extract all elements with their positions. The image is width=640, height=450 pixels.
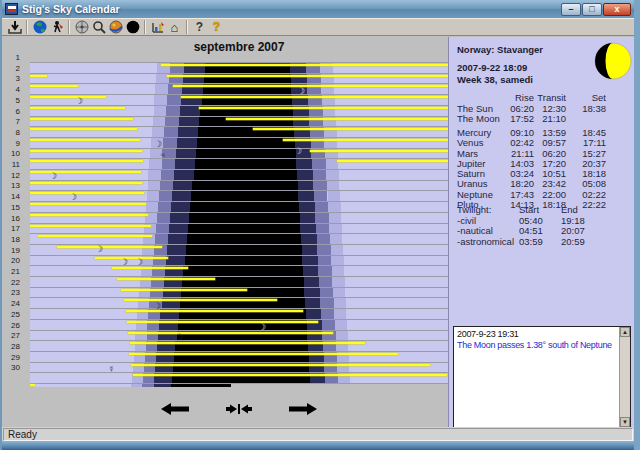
zoom-icon[interactable] bbox=[90, 19, 107, 35]
moon-visibility-line bbox=[30, 75, 47, 77]
maximize-button[interactable]: □ bbox=[582, 3, 602, 16]
day-label: 14 bbox=[0, 193, 20, 201]
day-label: 25 bbox=[0, 311, 20, 319]
day-label: 30 bbox=[0, 364, 20, 372]
moon-visibility-line bbox=[181, 96, 448, 98]
moon-visibility-line bbox=[130, 342, 365, 344]
day-label: 4 bbox=[0, 86, 20, 94]
moon-visibility-line bbox=[161, 64, 448, 66]
day-label: 15 bbox=[0, 204, 20, 212]
celestial-symbol: ☽ bbox=[69, 193, 77, 202]
moon-visibility-line bbox=[133, 374, 447, 376]
chart-month-title: septembre 2007 bbox=[30, 40, 448, 54]
moon-visibility-line bbox=[310, 150, 448, 152]
day-label: 6 bbox=[0, 108, 20, 116]
help-icon[interactable]: ? bbox=[191, 19, 208, 35]
day-label: 17 bbox=[0, 225, 20, 233]
day-row[interactable] bbox=[30, 383, 448, 387]
day-label: 3 bbox=[0, 75, 20, 83]
day-label: 23 bbox=[0, 289, 20, 297]
celestial-symbol: ☽ bbox=[49, 172, 57, 181]
table-cell: Set bbox=[566, 93, 606, 103]
day-label: 22 bbox=[0, 279, 20, 287]
title-bar: Stig's Sky Calendar – □ x bbox=[2, 0, 634, 18]
celestial-symbol: ☽ bbox=[175, 333, 183, 342]
scroll-down-icon[interactable]: ▼ bbox=[620, 417, 630, 427]
globe-icon[interactable] bbox=[31, 19, 48, 35]
event-scrollbar[interactable]: ▲ ▼ bbox=[619, 327, 630, 427]
night-band bbox=[171, 384, 231, 387]
twilight-band bbox=[131, 384, 142, 387]
celestial-symbol: ☿ bbox=[108, 365, 115, 374]
scroll-up-icon[interactable]: ▲ bbox=[620, 327, 630, 337]
moon-visibility-line bbox=[30, 203, 146, 205]
day-label: 1 bbox=[0, 54, 20, 62]
moon-visibility-line bbox=[30, 85, 78, 87]
context-help-icon[interactable]: ? bbox=[208, 19, 225, 35]
app-icon bbox=[5, 3, 18, 15]
home-icon[interactable]: ⌂ bbox=[166, 19, 183, 35]
observer-location-icon[interactable] bbox=[48, 19, 65, 35]
twilight-band bbox=[154, 384, 171, 387]
event-timestamp: 2007-9-23 19:31 bbox=[457, 329, 617, 340]
ephemeris-planets: Mercury09:1013:5918:45Venus02:4209:5717:… bbox=[449, 128, 621, 210]
celestial-symbol: ☽ bbox=[258, 323, 266, 332]
planet-view-icon[interactable] bbox=[107, 19, 124, 35]
table-cell: The Moon bbox=[449, 114, 504, 124]
moon-visibility-line bbox=[173, 85, 448, 87]
table-cell bbox=[566, 114, 606, 124]
ephemeris-header: RiseTransitSet bbox=[449, 93, 621, 103]
table-cell: 21:10 bbox=[534, 114, 566, 124]
moon-visibility-line bbox=[38, 235, 152, 237]
moon-visibility-line bbox=[337, 160, 448, 162]
close-button[interactable]: x bbox=[603, 3, 631, 16]
previous-month-button[interactable] bbox=[158, 400, 192, 421]
chart-settings-icon[interactable] bbox=[149, 19, 166, 35]
table-cell: -astronomical bbox=[449, 237, 511, 247]
day-label: 13 bbox=[0, 182, 20, 190]
moon-view-icon[interactable] bbox=[124, 19, 141, 35]
today-button[interactable] bbox=[224, 400, 254, 421]
day-label: 28 bbox=[0, 343, 20, 351]
moon-visibility-line bbox=[30, 171, 141, 173]
day-label: 24 bbox=[0, 300, 20, 308]
celestial-symbol: ☽ bbox=[95, 245, 103, 254]
event-description: The Moon passes 1.38° south of Neptune bbox=[457, 340, 617, 351]
day-label: 26 bbox=[0, 322, 20, 330]
moon-visibility-line bbox=[199, 107, 448, 109]
client-area: septembre 2007 1234567891011121314151617… bbox=[2, 37, 634, 427]
moon-visibility-line bbox=[253, 128, 448, 130]
table-cell: Twilight: bbox=[449, 205, 511, 215]
day-label: 11 bbox=[0, 161, 20, 169]
table-cell bbox=[449, 93, 504, 103]
week-label: Week 38, samedi bbox=[457, 74, 533, 85]
event-text: 2007-9-23 19:31 The Moon passes 1.38° so… bbox=[457, 329, 617, 351]
table-cell: Transit bbox=[534, 93, 566, 103]
next-month-button[interactable] bbox=[286, 400, 320, 421]
minimize-button[interactable]: – bbox=[561, 3, 581, 16]
window-title: Stig's Sky Calendar bbox=[22, 3, 560, 15]
table-cell: 17:52 bbox=[504, 114, 534, 124]
moon-visibility-line bbox=[167, 75, 448, 77]
moon-visibility-line bbox=[30, 182, 142, 184]
day-label: 9 bbox=[0, 140, 20, 148]
moon-phase-icon bbox=[593, 41, 633, 81]
status-bar: Ready bbox=[2, 427, 634, 450]
moon-visibility-line bbox=[30, 128, 137, 130]
twilight-band bbox=[142, 384, 154, 387]
moon-visibility-line bbox=[112, 267, 188, 269]
import-icon[interactable] bbox=[6, 19, 23, 35]
moon-visibility-line bbox=[30, 118, 133, 120]
moon-visibility-line bbox=[30, 107, 125, 109]
day-label: 12 bbox=[0, 172, 20, 180]
celestial-symbol: ☽ bbox=[120, 258, 128, 267]
day-label: 5 bbox=[0, 97, 20, 105]
celestial-symbol: ☽ bbox=[297, 87, 305, 96]
compass-icon[interactable] bbox=[73, 19, 90, 35]
moon-visibility-line bbox=[30, 384, 35, 386]
day-label: 20 bbox=[0, 257, 20, 265]
twilight-table: -civil05:4019:18-nautical04:5120:07-astr… bbox=[449, 216, 609, 247]
moon-visibility-line bbox=[226, 118, 448, 120]
toolbar-separator bbox=[186, 20, 188, 34]
moon-visibility-line bbox=[30, 139, 140, 141]
